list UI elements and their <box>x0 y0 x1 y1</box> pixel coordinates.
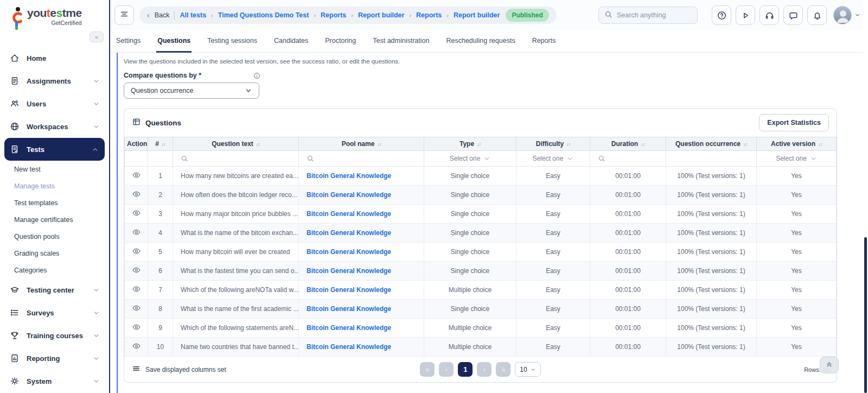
view-question-button[interactable] <box>132 208 141 218</box>
col-header-[interactable]: #↓↑ <box>148 137 173 151</box>
back-button[interactable]: Back <box>155 11 170 19</box>
view-question-button[interactable] <box>132 189 141 199</box>
question-type: Single choice <box>424 262 516 281</box>
breadcrumb-link-reports[interactable]: Reports <box>416 11 442 19</box>
sidebar-collapse-button[interactable]: « <box>90 31 104 42</box>
tab-reports[interactable]: Reports <box>531 30 557 53</box>
col-header-difficulty[interactable]: Difficulty↓↑ <box>516 137 590 151</box>
help-button[interactable] <box>712 5 731 25</box>
filter-search-pool-name[interactable] <box>302 155 420 162</box>
breadcrumb-link-reports[interactable]: Reports <box>321 11 346 19</box>
col-header-active-version[interactable]: Active version↓↑ <box>757 137 837 151</box>
col-header-pool-name[interactable]: Pool name↓↑ <box>299 137 424 151</box>
chat-button[interactable] <box>783 5 803 25</box>
hamburger-icon <box>119 9 129 21</box>
previous-page-button[interactable]: ‹ <box>439 362 454 377</box>
view-question-button[interactable] <box>132 284 141 294</box>
sidebar-item-tests[interactable]: Tests <box>4 138 105 161</box>
filter-select-difficulty[interactable]: Select one <box>520 155 586 162</box>
tab-settings[interactable]: Settings <box>115 30 142 53</box>
view-question-button[interactable] <box>132 265 141 275</box>
last-page-button[interactable]: » <box>496 362 510 377</box>
filter-input-question-text[interactable] <box>192 155 283 162</box>
view-question-button[interactable] <box>132 170 141 180</box>
view-question-button[interactable] <box>132 303 141 313</box>
global-search[interactable] <box>598 7 698 24</box>
filter-search-question-text[interactable] <box>176 155 295 162</box>
table-row: 1How many new bitcoins are created ea...… <box>125 167 837 186</box>
tab-proctoring[interactable]: Proctoring <box>324 30 357 53</box>
pool-name-link[interactable]: Bitcoin General Knowledge <box>307 324 391 332</box>
sidebar-item-categories[interactable]: Categories <box>0 262 109 278</box>
first-page-button[interactable]: « <box>420 362 435 377</box>
tab-questions[interactable]: Questions <box>156 30 192 53</box>
filter-select-active-version[interactable]: Select one <box>760 155 833 162</box>
sidebar-item-home[interactable]: Home <box>0 47 109 69</box>
breadcrumb-link-report-builder[interactable]: Report builder <box>454 11 500 19</box>
col-header-question-occurrence[interactable]: Question occurrence↓↑ <box>666 137 757 151</box>
back-chevron-icon[interactable]: ‹ <box>147 11 150 20</box>
question-occurrence: 100% (Test versions: 1) <box>666 186 757 205</box>
tab-candidates[interactable]: Candidates <box>273 30 309 53</box>
question-occurrence: 100% (Test versions: 1) <box>666 167 757 186</box>
support-button[interactable] <box>760 5 779 25</box>
vertical-scrollbar-thumb[interactable] <box>864 237 867 393</box>
sidebar-item-users[interactable]: Users <box>0 92 109 115</box>
sidebar-item-system[interactable]: System <box>0 370 109 392</box>
sidebar-item-question-pools[interactable]: Question pools <box>0 228 109 245</box>
pool-name-link[interactable]: Bitcoin General Knowledge <box>307 191 391 199</box>
sidebar-item-assignments[interactable]: Assignments <box>0 69 109 92</box>
save-columns-button[interactable]: Save displayed columns set <box>132 364 420 375</box>
pool-name-link[interactable]: Bitcoin General Knowledge <box>307 210 391 218</box>
play-button[interactable] <box>736 5 755 25</box>
chevron-up-icon <box>92 145 99 153</box>
col-header-question-text[interactable]: Question text↓↑ <box>173 137 299 151</box>
view-question-button[interactable] <box>132 246 141 256</box>
sidebar-item-manage-tests[interactable]: Manage tests <box>0 178 109 194</box>
compare-questions-select[interactable]: Question occurrence <box>124 83 259 99</box>
pool-name-link[interactable]: Bitcoin General Knowledge <box>307 286 391 294</box>
pool-name-link[interactable]: Bitcoin General Knowledge <box>307 172 391 180</box>
main-menu-button[interactable] <box>114 5 134 25</box>
view-question-button[interactable] <box>132 341 141 351</box>
pool-name-link[interactable]: Bitcoin General Knowledge <box>307 248 391 256</box>
tab-testing-sessions[interactable]: Testing sessions <box>206 30 258 53</box>
page-size-select[interactable]: 10 <box>515 362 540 377</box>
avatar[interactable] <box>833 6 852 24</box>
sidebar-item-reporting[interactable]: Reporting <box>0 347 109 370</box>
export-statistics-button[interactable]: Export Statistics <box>759 114 829 131</box>
pool-name-link[interactable]: Bitcoin General Knowledge <box>307 343 391 351</box>
sidebar-item-surveys[interactable]: Surveys <box>0 301 109 324</box>
sidebar-item-testing-center[interactable]: Testing center <box>0 278 109 301</box>
notifications-button[interactable] <box>807 5 827 25</box>
breadcrumb-link-all-tests[interactable]: All tests <box>180 11 206 19</box>
pool-name-link[interactable]: Bitcoin General Knowledge <box>307 229 391 237</box>
col-header-duration[interactable]: Duration↓↑ <box>590 137 666 151</box>
breadcrumb-link-timed-questions-demo-test[interactable]: Timed Questions Demo Test <box>218 11 309 19</box>
pool-name-link[interactable]: Bitcoin General Knowledge <box>307 305 391 313</box>
tab-rescheduling-requests[interactable]: Rescheduling requests <box>445 30 516 53</box>
user-menu[interactable] <box>833 6 860 24</box>
filter-input-duration[interactable] <box>609 155 660 162</box>
sidebar-item-workspaces[interactable]: Workspaces <box>0 115 109 138</box>
page-1-button[interactable]: 1 <box>458 362 473 377</box>
sidebar-item-grading-scales[interactable]: Grading scales <box>0 245 109 262</box>
tab-test-administration[interactable]: Test administration <box>372 30 430 53</box>
sidebar-item-manage-certificates[interactable]: Manage certificates <box>0 211 109 228</box>
view-question-button[interactable] <box>132 227 141 237</box>
col-header-type[interactable]: Type↓↑ <box>424 137 516 151</box>
sidebar-item-new-test[interactable]: New test <box>0 161 109 178</box>
filter-select-type[interactable]: Select one <box>427 155 513 162</box>
sidebar-item-test-templates[interactable]: Test templates <box>0 194 109 211</box>
filter-search-duration[interactable] <box>593 155 662 162</box>
view-question-button[interactable] <box>132 322 141 332</box>
next-page-button[interactable]: › <box>477 362 492 377</box>
info-icon[interactable] <box>253 72 260 79</box>
scroll-to-top-button[interactable] <box>820 357 839 373</box>
pool-name-link[interactable]: Bitcoin General Knowledge <box>307 267 391 275</box>
breadcrumb-link-report-builder[interactable]: Report builder <box>358 11 404 19</box>
sidebar-item-training-courses[interactable]: Training courses <box>0 324 109 347</box>
filter-input-pool-name[interactable] <box>317 155 409 162</box>
search-input[interactable] <box>617 11 687 19</box>
training-courses-icon <box>10 331 20 341</box>
